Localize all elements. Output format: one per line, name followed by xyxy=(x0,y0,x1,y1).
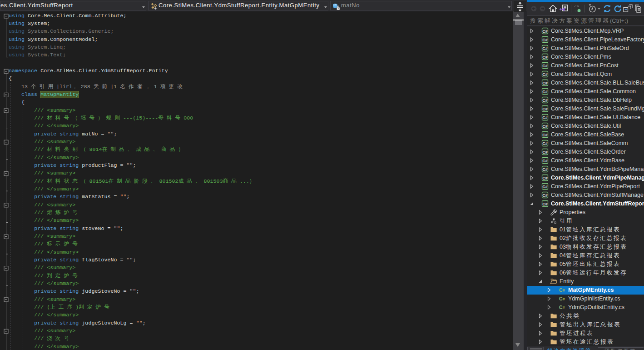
svg-text:C#: C# xyxy=(542,193,548,198)
svg-text:C#: C# xyxy=(542,115,548,120)
svg-text:C#: C# xyxy=(542,72,548,77)
svg-text:C#: C# xyxy=(542,55,548,60)
svg-text:C#: C# xyxy=(542,64,548,68)
svg-text:C#: C# xyxy=(542,46,548,51)
svg-text:C#: C# xyxy=(542,150,548,155)
svg-text:C#: C# xyxy=(542,81,548,85)
svg-text:C#: C# xyxy=(542,38,548,42)
svg-text:C#: C# xyxy=(542,176,548,180)
svg-text:C#: C# xyxy=(542,185,548,189)
svg-text:C#: C# xyxy=(542,141,548,146)
svg-text:C#: C# xyxy=(542,124,548,129)
svg-text:C#: C# xyxy=(542,90,548,94)
svg-text:C#: C# xyxy=(542,107,548,111)
svg-text:#: # xyxy=(563,288,565,293)
svg-text:C#: C# xyxy=(542,29,548,34)
svg-text:C#: C# xyxy=(542,98,548,103)
svg-text:C#: C# xyxy=(542,133,548,137)
svg-text:C#: C# xyxy=(542,159,548,163)
svg-text:#: # xyxy=(563,305,565,310)
svg-text:C#: C# xyxy=(542,167,548,172)
svg-text:C#: C# xyxy=(542,202,548,206)
svg-text:#: # xyxy=(563,296,565,301)
